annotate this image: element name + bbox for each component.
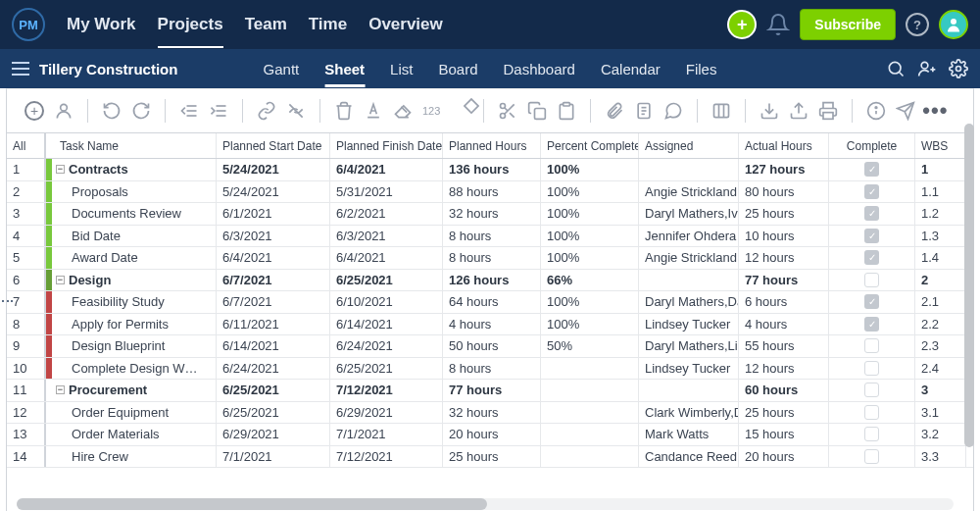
planned-finish[interactable]: 6/2/2021 [330, 203, 443, 225]
complete-checkbox[interactable] [829, 424, 915, 445]
percent-complete[interactable] [541, 446, 639, 468]
actual-hours[interactable]: 60 hours [739, 380, 829, 401]
table-row[interactable]: 11−Procurement6/25/20217/12/202177 hours… [7, 380, 973, 402]
planned-hours[interactable]: 4 hours [443, 314, 541, 335]
task-name-cell[interactable]: Feasibility Study [46, 291, 217, 313]
task-name-cell[interactable]: −Design [46, 270, 217, 291]
planned-finish[interactable]: 6/25/2021 [330, 270, 443, 291]
planned-hours[interactable]: 8 hours [443, 226, 541, 247]
actual-hours[interactable]: 12 hours [739, 247, 829, 269]
percent-complete[interactable] [541, 380, 639, 401]
planned-finish[interactable]: 7/12/2021 [330, 446, 443, 468]
viewnav-item-calendar[interactable]: Calendar [601, 51, 661, 87]
indent-icon[interactable] [209, 101, 228, 121]
gear-icon[interactable] [949, 59, 968, 78]
planned-hours[interactable]: 32 hours [443, 402, 541, 424]
task-name-cell[interactable]: Order Equipment [46, 402, 217, 424]
planned-hours[interactable]: 88 hours [443, 181, 541, 203]
viewnav-item-list[interactable]: List [390, 51, 413, 87]
table-row[interactable]: 3Documents Review6/1/20216/2/202132 hour… [7, 203, 973, 226]
planned-finish[interactable]: 6/14/2021 [330, 314, 443, 335]
table-row[interactable]: 12Order Equipment6/25/20216/29/202132 ho… [7, 402, 973, 425]
col-actual[interactable]: Actual Hours [739, 133, 829, 158]
planned-finish[interactable]: 5/31/2021 [330, 181, 443, 203]
info-icon[interactable] [866, 101, 886, 121]
complete-checkbox[interactable]: ✓ [829, 159, 915, 180]
complete-checkbox[interactable]: ✓ [829, 247, 915, 269]
assigned[interactable]: Daryl Mathers,Lindsey [639, 335, 739, 357]
planned-hours[interactable]: 126 hours [443, 270, 541, 291]
logo[interactable]: PM [12, 8, 45, 41]
col-rownum[interactable]: All [7, 133, 46, 158]
task-name-cell[interactable]: Proposals [46, 181, 217, 203]
planned-start[interactable]: 6/3/2021 [217, 226, 330, 247]
planned-start[interactable]: 6/11/2021 [217, 314, 330, 335]
collapse-icon[interactable]: − [56, 385, 65, 394]
add-button[interactable]: + [727, 10, 757, 39]
planned-hours[interactable]: 64 hours [443, 291, 541, 313]
hamburger-icon[interactable] [12, 62, 29, 76]
table-row[interactable]: 6−Design6/7/20216/25/2021126 hours66%77 … [7, 270, 973, 292]
complete-checkbox[interactable]: ✓ [829, 203, 915, 225]
viewnav-item-sheet[interactable]: Sheet [324, 51, 365, 87]
planned-finish[interactable]: 6/10/2021 [330, 291, 443, 313]
table-row[interactable]: 7Feasibility Study6/7/20216/10/202164 ho… [7, 291, 973, 314]
task-name-cell[interactable]: Apply for Permits [46, 314, 217, 335]
mainnav-item-projects[interactable]: Projects [158, 2, 223, 47]
complete-checkbox[interactable]: ✓ [829, 314, 915, 335]
actual-hours[interactable]: 12 hours [739, 358, 829, 380]
assigned[interactable] [639, 380, 739, 401]
percent-complete[interactable]: 100% [541, 291, 639, 313]
export-icon[interactable] [789, 101, 808, 121]
subscribe-button[interactable]: Subscribe [800, 9, 896, 40]
help-icon[interactable]: ? [906, 13, 929, 36]
redo-icon[interactable] [131, 101, 151, 121]
task-name-cell[interactable]: Design Blueprint [46, 335, 217, 357]
col-taskname[interactable]: Task Name [46, 133, 217, 158]
actual-hours[interactable]: 10 hours [739, 226, 829, 247]
complete-checkbox[interactable]: ✓ [829, 181, 915, 203]
planned-start[interactable]: 6/14/2021 [217, 335, 330, 357]
actual-hours[interactable]: 80 hours [739, 181, 829, 203]
planned-hours[interactable]: 8 hours [443, 358, 541, 380]
search-icon[interactable] [886, 59, 906, 78]
assigned[interactable] [639, 159, 739, 180]
bell-icon[interactable] [766, 13, 790, 36]
planned-start[interactable]: 6/7/2021 [217, 291, 330, 313]
percent-complete[interactable]: 100% [541, 247, 639, 269]
table-row[interactable]: 14Hire Crew7/1/20217/12/202125 hoursCand… [7, 446, 973, 469]
col-finish[interactable]: Planned Finish Date [330, 133, 443, 158]
percent-complete[interactable]: 100% [541, 226, 639, 247]
actual-hours[interactable]: 55 hours [739, 335, 829, 357]
assigned[interactable]: Lindsey Tucker [639, 314, 739, 335]
table-row[interactable]: 5Award Date6/4/20216/4/20218 hours100%An… [7, 247, 973, 270]
percent-complete[interactable]: 66% [541, 270, 639, 291]
percent-complete[interactable]: 100% [541, 159, 639, 180]
assigned[interactable]: Angie Strickland,Daryl [639, 181, 739, 203]
task-name-cell[interactable]: Documents Review [46, 203, 217, 225]
percent-complete[interactable]: 50% [541, 335, 639, 357]
assigned[interactable] [639, 270, 739, 291]
planned-start[interactable]: 5/24/2021 [217, 181, 330, 203]
planned-finish[interactable]: 6/4/2021 [330, 247, 443, 269]
user-icon[interactable] [54, 101, 74, 121]
user-add-icon[interactable] [917, 59, 937, 78]
complete-checkbox[interactable] [829, 270, 915, 291]
table-row[interactable]: 4Bid Date6/3/20216/3/20218 hours100%Jenn… [7, 226, 973, 248]
planned-finish[interactable]: 6/24/2021 [330, 335, 443, 357]
percent-complete[interactable]: 100% [541, 314, 639, 335]
planned-hours[interactable]: 20 hours [443, 424, 541, 445]
planned-finish[interactable]: 6/29/2021 [330, 402, 443, 424]
planned-start[interactable]: 7/1/2021 [217, 446, 330, 468]
collapse-icon[interactable]: − [56, 276, 65, 284]
complete-checkbox[interactable] [829, 358, 915, 380]
planned-start[interactable]: 6/4/2021 [217, 247, 330, 269]
task-name-cell[interactable]: Hire Crew [46, 446, 217, 468]
col-wbs[interactable]: WBS [915, 133, 966, 158]
planned-finish[interactable]: 6/3/2021 [330, 226, 443, 247]
task-name-cell[interactable]: −Contracts [46, 159, 217, 180]
send-icon[interactable] [896, 101, 915, 121]
mainnav-item-my-work[interactable]: My Work [67, 2, 136, 47]
planned-start[interactable]: 6/7/2021 [217, 270, 330, 291]
viewnav-item-board[interactable]: Board [438, 51, 477, 87]
